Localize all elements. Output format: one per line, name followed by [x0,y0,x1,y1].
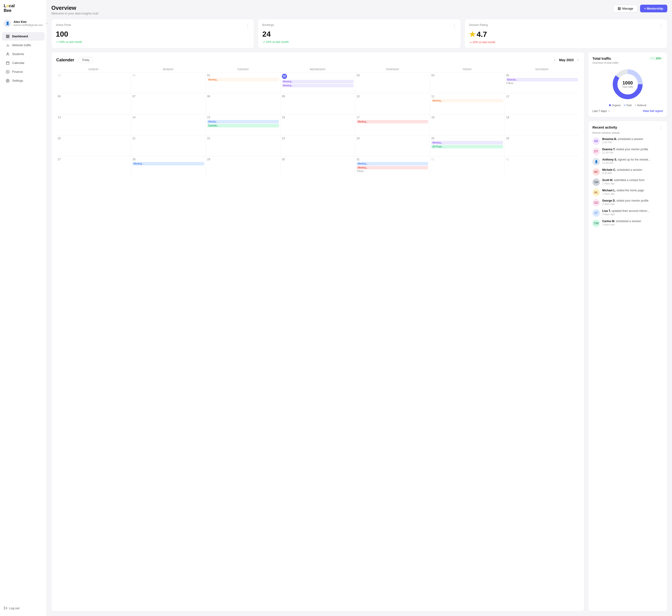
donut-total: 1000 [622,80,633,86]
cal-cell-28[interactable]: 28 Meeting... [131,156,206,177]
cal-cell-31[interactable]: 31 Meeting... Meeting... 3 More. . . [355,156,430,177]
cal-cell-05[interactable]: 05 Brainsto... 3 More. . . [505,72,579,93]
cal-date: 30 [282,158,353,161]
up-arrow-bookings-icon [262,41,265,43]
cal-cell-17[interactable]: 17 Meeting... [355,114,430,135]
cal-cell-29[interactable]: 29 [206,156,280,177]
stat-menu-rating[interactable]: ⋮ [659,23,663,28]
cal-cell-29-apr[interactable]: 29 [56,72,131,93]
user-email: warren.buffet@gmail.com [14,24,43,26]
cal-event[interactable]: Brainsto... [506,78,578,81]
activity-content-breanna: Breanna B. scheduled a session 2:00 PM [602,137,663,144]
cal-more[interactable]: 3 More. . . [506,82,578,84]
cal-cell-09[interactable]: 09 [280,93,355,114]
cal-cell-18[interactable]: 18 [430,114,504,135]
activity-item-breanna: BB Breanna B. scheduled a session 2:00 P… [592,137,663,145]
cal-date: 14 [132,116,204,119]
cal-cell-30[interactable]: 30 [280,156,355,177]
cal-event[interactable]: Meeting... [132,162,204,165]
sidebar-item-finance[interactable]: Finance [2,68,45,76]
cal-date: 17 [357,116,428,119]
cal-event[interactable]: IDI Proje... [431,145,503,148]
sidebar-item-website-traffic[interactable]: Website traffic [2,41,45,49]
cal-event[interactable]: Meeting... [357,120,428,123]
cal-event[interactable]: Meeting... [431,99,503,102]
legend-paid: Paid [624,104,632,107]
period-selector[interactable]: Last 7 days [592,109,610,113]
chart-legend: Organic Paid Referral [592,104,663,107]
cal-event[interactable]: Dashlab... [207,124,279,127]
cal-cell-15[interactable]: 15 Weekly... Dashlab... [206,114,280,135]
cal-event[interactable]: Meeting... [282,80,353,83]
cal-event[interactable]: Meeting... [282,84,353,87]
traffic-footer: Last 7 days View full report [592,109,663,113]
cal-event[interactable]: Meeting... [357,162,428,165]
calendar-nav: ‹ May 2023 › [553,57,579,63]
cal-cell-02-today[interactable]: 02 Meeting... Meeting... [280,72,355,93]
next-month-button[interactable]: › [576,57,579,63]
cal-cell-14[interactable]: 14 [131,114,206,135]
cal-date: 23 [282,137,353,140]
sidebar-item-calendar[interactable]: Calendar [2,59,45,67]
cal-cell-24[interactable]: 24 [355,135,430,156]
sidebar-item-students[interactable]: Students [2,50,45,58]
cal-cell-10[interactable]: 10 [355,93,430,114]
cal-date-today: 02 [282,74,287,79]
today-button[interactable]: Today [79,57,92,63]
cal-cell-19[interactable]: 19 [505,114,579,135]
cal-cell-23[interactable]: 23 [280,135,355,156]
activity-time-george: 2 days ago [602,203,663,205]
cal-date: 21 [132,137,204,140]
sidebar-item-settings[interactable]: Settings [2,77,45,85]
cal-cell-01-jun[interactable]: 01 [430,156,504,177]
cal-date: 26 [506,137,578,140]
cal-event[interactable]: Weekly... [207,120,279,123]
manage-button[interactable]: Manage [613,5,638,12]
sidebar-item-dashboard[interactable]: Dashboard [2,32,45,41]
mentorship-button[interactable]: + Mentorship [640,5,667,12]
cal-more[interactable]: 3 More. . . [357,170,428,172]
cal-cell-06[interactable]: 06 [56,93,131,114]
cal-date: 29 [207,158,279,161]
prev-month-button[interactable]: ‹ [553,57,556,63]
chevron-down-icon [608,110,610,112]
cal-cell-20[interactable]: 20 [56,135,131,156]
activity-content-scott: Scott M. submitted a contact form 1 days… [602,179,663,185]
activity-content-anthony: Anthony S. signed up for the newsle... 1… [602,158,663,164]
calendar-card: Calender Today ‹ May 2023 › SUNDAY MONDA… [51,52,584,611]
cal-cell-08[interactable]: 08 [206,93,280,114]
user-icon [6,52,10,56]
cal-cell-03[interactable]: 03 [355,72,430,93]
cal-cell-25[interactable]: 25 Meeting... IDI Proje... [430,135,504,156]
cal-cell-22[interactable]: 22 [206,135,280,156]
avatar-deanna: DT [592,148,600,155]
cal-date: 30 [132,74,204,77]
cal-cell-13[interactable]: 13 [56,114,131,135]
cal-event[interactable]: Meeting... [207,78,279,81]
main-content: Overview Welcome to your data insights h… [47,0,672,616]
view-report-link[interactable]: View full report [643,109,663,113]
activity-menu-button[interactable]: ⋮ [659,125,663,130]
cal-cell-11[interactable]: 11 Meeting... [430,93,504,114]
stat-value-rating: ★4.7 [469,30,663,39]
stat-menu-posts[interactable]: ⋮ [245,23,250,28]
cal-date: 27 [58,158,129,161]
activity-item-deanna: DT Deanna T. visited your mentor profile… [592,148,663,155]
cal-event[interactable]: Meeting... [357,166,428,169]
cal-cell-04[interactable]: 04 [430,72,504,93]
cal-cell-21[interactable]: 21 [131,135,206,156]
cal-cell-12[interactable]: 12 [505,93,579,114]
cal-cell-01[interactable]: 01 Meeting... [206,72,280,93]
logout-button[interactable]: Log out [0,604,46,612]
page-subtitle: Welcome to your data insights hub! [51,12,99,15]
cal-cell-02-jun[interactable]: 02 [505,156,579,177]
day-header-sat: SATURDAY [505,67,579,72]
cal-cell-30-apr[interactable]: 30 [131,72,206,93]
stat-menu-bookings[interactable]: ⋮ [452,23,456,28]
legend-referral: Referral [634,104,646,107]
cal-cell-26[interactable]: 26 [505,135,579,156]
cal-cell-27[interactable]: 27 [56,156,131,177]
cal-event[interactable]: Meeting... [431,141,503,144]
cal-cell-16[interactable]: 16 [280,114,355,135]
cal-cell-07[interactable]: 07 [131,93,206,114]
